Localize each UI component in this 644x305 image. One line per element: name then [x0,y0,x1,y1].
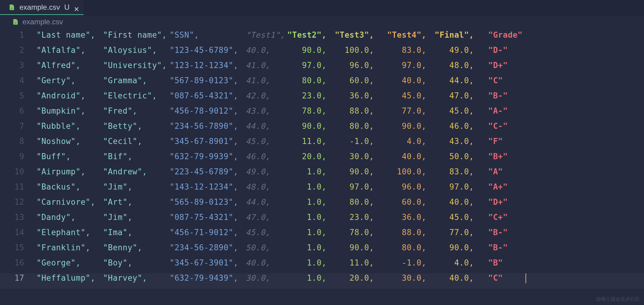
line-content[interactable]: "Android","Electric","087-65-4321",42.0,… [36,91,644,100]
data-cell: "B+" [479,152,526,161]
editor-line[interactable]: 10"Airpump","Andrew","223-45-6789",49.0,… [0,167,644,182]
data-cell: "Harvey", [103,273,170,283]
data-cell: "Heffalump", [36,273,103,283]
data-cell: 97.0, [431,182,479,191]
line-content[interactable]: "Gerty","Gramma","567-89-0123",41.0,80.0… [36,76,644,85]
data-cell: "F" [479,137,526,146]
data-cell: 20.0, [331,273,379,283]
line-number: 17 [0,273,36,283]
data-cell: 1.0, [284,258,331,267]
editor-area[interactable]: 1"Last name","First name","SSN","Test1",… [0,29,644,289]
editor-line[interactable]: 3"Alfred","University","123-12-1234",41.… [0,61,644,76]
editor-line[interactable]: 11"Backus","Jim","143-12-1234",48.0,1.0,… [0,182,644,197]
watermark: @稀土掘金技术社区 [596,296,640,303]
editor-line[interactable]: 12"Carnivore","Art","565-89-0123",44.0,1… [0,197,644,213]
data-cell: 23.0, [284,91,331,100]
csv-file-icon: x [9,3,15,11]
line-content[interactable]: "Buff","Bif","632-79-9939",46.0,20.0,30.… [36,152,644,161]
data-cell: 1.0, [284,213,331,222]
line-content[interactable]: "Backus","Jim","143-12-1234",48.0,1.0,97… [36,182,644,191]
close-icon[interactable] [74,5,79,10]
data-cell: -1.0, [331,137,379,146]
data-cell: "087-75-4321", [170,213,241,222]
editor-line[interactable]: 6"Bumpkin","Fred","456-78-9012",43.0,78.… [0,106,644,122]
data-cell: 96.0, [331,61,379,70]
line-content[interactable]: "Rubble","Betty","234-56-7890",44.0,90.0… [36,122,644,131]
line-content[interactable]: "Alfred","University","123-12-1234",41.0… [36,61,644,70]
data-cell: 80.0, [379,243,431,252]
data-cell: 78.0, [284,106,331,115]
editor-line[interactable]: 8"Noshow","Cecil","345-67-8901",45.0,11.… [0,137,644,152]
line-content[interactable]: "Franklin","Benny","234-56-2890",50.0,1.… [36,243,644,252]
line-content[interactable]: "Dandy","Jim","087-75-4321",47.0,1.0,23.… [36,213,644,222]
editor-line[interactable]: 9"Buff","Bif","632-79-9939",46.0,20.0,30… [0,152,644,167]
data-cell: "456-71-9012", [170,228,241,237]
editor-line[interactable]: 15"Franklin","Benny","234-56-2890",50.0,… [0,243,644,258]
line-number: 10 [0,167,36,176]
data-cell: 83.0, [431,167,479,176]
data-cell: 36.0, [379,213,431,222]
data-cell: 4.0, [431,258,479,267]
line-content[interactable]: "Airpump","Andrew","223-45-6789",49.0,1.… [36,167,644,176]
data-cell: 30.0, [379,273,431,283]
editor-line[interactable]: 17"Heffalump","Harvey","632-79-9439",30.… [0,273,644,289]
editor-line[interactable]: 1"Last name","First name","SSN","Test1",… [0,30,644,46]
file-tab[interactable]: x example.csv U [0,0,84,15]
data-cell: "632-79-9439", [170,273,241,283]
line-content[interactable]: "Last name","First name","SSN","Test1","… [36,30,644,39]
data-cell: "Buff", [36,152,103,161]
data-cell: "C+" [479,213,526,222]
data-cell: "A+" [479,182,526,191]
editor-line[interactable]: 16"George","Boy","345-67-3901",40.0,1.0,… [0,258,644,273]
column-header-cell: "First name", [103,30,170,39]
line-number: 12 [0,197,36,207]
column-header-cell: "Test1", [241,30,284,39]
data-cell: "Ima", [103,228,170,237]
data-cell: "Electric", [103,91,170,100]
line-content[interactable]: "Elephant","Ima","456-71-9012",45.0,1.0,… [36,228,644,237]
line-content[interactable]: "Heffalump","Harvey","632-79-9439",30.0,… [36,273,644,283]
data-cell: "Aloysius", [103,46,170,55]
data-cell: "Bumpkin", [36,106,103,115]
data-cell: 36.0, [331,91,379,100]
data-cell: 11.0, [284,137,331,146]
data-cell: "223-45-6789", [170,167,241,176]
data-cell: 45.0, [379,91,431,100]
line-content[interactable]: "George","Boy","345-67-3901",40.0,1.0,11… [36,258,644,267]
data-cell: 49.0, [431,46,479,55]
data-cell: 80.0, [284,76,331,85]
data-cell: 43.0, [241,106,284,115]
line-content[interactable]: "Bumpkin","Fred","456-78-9012",43.0,78.0… [36,106,644,115]
data-cell: 45.0, [241,228,284,237]
data-cell: 77.0, [431,228,479,237]
editor-line[interactable]: 5"Android","Electric","087-65-4321",42.0… [0,91,644,106]
data-cell: "123-45-6789", [170,46,241,55]
data-cell: 88.0, [379,228,431,237]
data-cell: 1.0, [284,273,331,283]
data-cell: 11.0, [331,258,379,267]
data-cell: "234-56-7890", [170,122,241,131]
line-number: 9 [0,152,36,161]
line-content[interactable]: "Alfalfa","Aloysius","123-45-6789",40.0,… [36,46,644,55]
data-cell: 1.0, [284,243,331,252]
data-cell: "Gramma", [103,76,170,85]
line-content[interactable]: "Carnivore","Art","565-89-0123",44.0,1.0… [36,197,644,207]
data-cell: 50.0, [431,152,479,161]
data-cell: "Backus", [36,182,103,191]
editor-line[interactable]: 4"Gerty","Gramma","567-89-0123",41.0,80.… [0,76,644,91]
data-cell: "Benny", [103,243,170,252]
data-cell: "Cecil", [103,137,170,146]
data-cell: "C-" [479,122,526,131]
data-cell: 40.0, [379,152,431,161]
editor-line[interactable]: 13"Dandy","Jim","087-75-4321",47.0,1.0,2… [0,213,644,228]
data-cell: "Elephant", [36,228,103,237]
editor-line[interactable]: 14"Elephant","Ima","456-71-9012",45.0,1.… [0,228,644,243]
breadcrumb-filename[interactable]: example.csv [22,18,63,26]
data-cell: 45.0, [431,106,479,115]
data-cell: 45.0, [431,213,479,222]
data-cell: "345-67-3901", [170,258,241,267]
editor-line[interactable]: 2"Alfalfa","Aloysius","123-45-6789",40.0… [0,46,644,61]
data-cell: 40.0, [241,258,284,267]
editor-line[interactable]: 7"Rubble","Betty","234-56-7890",44.0,90.… [0,122,644,137]
line-content[interactable]: "Noshow","Cecil","345-67-8901",45.0,11.0… [36,137,644,146]
